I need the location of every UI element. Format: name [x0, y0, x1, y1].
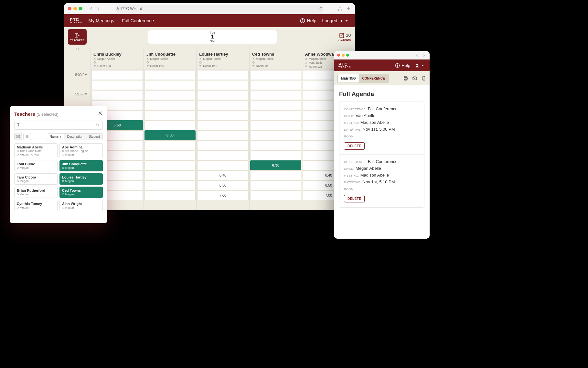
time-slot[interactable]	[197, 90, 249, 100]
svg-rect-42	[18, 135, 20, 136]
time-slot[interactable]	[250, 140, 302, 150]
forward-icon[interactable]	[95, 6, 101, 12]
drag-handle-icon[interactable]: ⋮⋮⋮⋮	[305, 49, 352, 51]
time-slot[interactable]: 6:40	[197, 170, 249, 180]
tab-meeting[interactable]: MEETING	[338, 74, 359, 82]
back-icon[interactable]	[88, 6, 94, 12]
delete-button[interactable]: DELETE	[344, 195, 365, 202]
time-slot[interactable]	[250, 70, 302, 80]
time-slot[interactable]	[197, 160, 249, 170]
address-bar[interactable]: PTC Wizard	[116, 5, 323, 13]
close-button[interactable]	[98, 111, 103, 117]
list-view-button[interactable]	[23, 133, 31, 140]
window-close-icon[interactable]	[337, 54, 340, 57]
time-slot[interactable]	[144, 80, 196, 90]
device-icon[interactable]	[421, 76, 426, 81]
teacher-card[interactable]: Abe Admin19th Grade EnglishMegan	[59, 143, 103, 158]
drag-handle-icon[interactable]: ⋮⋮⋮⋮	[199, 49, 247, 51]
resize-handle-icon[interactable]	[64, 47, 91, 52]
time-slot[interactable]	[250, 120, 302, 130]
logo[interactable]: PTCWIZARD	[70, 18, 83, 24]
teacher-card[interactable]: Toni BurkeMegan	[14, 160, 58, 171]
time-slot[interactable]	[250, 190, 302, 200]
time-slot[interactable]: 6:50	[197, 180, 249, 190]
time-slot[interactable]	[197, 150, 249, 160]
time-slot[interactable]	[144, 120, 196, 130]
time-slot[interactable]: 6:30	[250, 160, 302, 170]
share-icon[interactable]	[337, 6, 343, 11]
print-icon[interactable]	[403, 76, 408, 81]
time-slot[interactable]: 6:00	[144, 130, 196, 140]
time-slot[interactable]	[144, 190, 196, 200]
tab-conference[interactable]: CONFERENCE	[359, 74, 388, 82]
time-slot[interactable]	[250, 80, 302, 90]
teacher-card[interactable]: Louise HartleyMegan	[59, 173, 103, 185]
window-maximize-icon[interactable]	[346, 54, 349, 57]
teacher-card[interactable]: Madison Abelle10th Grade MathMegan Van	[14, 143, 58, 158]
teacher-card[interactable]: Cynthia TumeyMegan	[14, 200, 58, 211]
back-icon[interactable]	[415, 53, 419, 58]
drag-handle-icon[interactable]: ⋮⋮⋮⋮	[93, 49, 141, 51]
time-slot[interactable]	[91, 70, 143, 80]
time-slot[interactable]	[197, 140, 249, 150]
time-slot[interactable]	[91, 80, 143, 90]
time-slot[interactable]	[250, 180, 302, 190]
time-slot[interactable]	[197, 100, 249, 110]
window-close-icon[interactable]	[68, 7, 71, 10]
teacher-card[interactable]: Brian RutherfordMegan	[14, 187, 58, 198]
user-menu[interactable]	[415, 63, 425, 68]
time-slot[interactable]	[250, 130, 302, 140]
drag-handle-icon[interactable]: ⋮⋮⋮⋮	[146, 49, 194, 51]
time-slot[interactable]	[144, 150, 196, 160]
time-slot[interactable]	[197, 80, 249, 90]
time-slot[interactable]	[197, 110, 249, 120]
time-slot[interactable]	[197, 70, 249, 80]
time-slot[interactable]	[197, 130, 249, 140]
time-slot[interactable]	[250, 110, 302, 120]
time-slot[interactable]	[197, 120, 249, 130]
sort-tabs: Name ▼ Description Student	[47, 133, 103, 140]
breadcrumb-my-meetings[interactable]: My Meetings	[89, 18, 114, 23]
time-slot[interactable]	[91, 90, 143, 100]
window-minimize-icon[interactable]	[342, 54, 345, 57]
logo[interactable]: PTCWIZARD	[338, 62, 351, 68]
time-slot[interactable]	[250, 100, 302, 110]
help-button[interactable]: Help	[395, 63, 410, 68]
email-icon[interactable]	[412, 76, 417, 81]
window-minimize-icon[interactable]	[73, 7, 77, 10]
date-selector[interactable]: Tue 1 Nov	[148, 30, 277, 44]
time-slot[interactable]: 7:00	[197, 190, 249, 200]
delete-button[interactable]: DELETE	[344, 142, 365, 150]
window-maximize-icon[interactable]	[79, 7, 82, 10]
drag-handle-icon[interactable]: ⋮⋮⋮⋮	[252, 49, 300, 51]
teacher-card[interactable]: Ced TownsMegan	[59, 187, 103, 198]
teacher-card[interactable]: Tara CicoraMegan	[14, 173, 58, 185]
sort-student[interactable]: Student	[86, 134, 102, 140]
time-slot[interactable]	[144, 100, 196, 110]
sort-name[interactable]: Name ▼	[47, 134, 64, 140]
time-slot[interactable]	[144, 110, 196, 120]
time-slot[interactable]	[250, 170, 302, 180]
sort-description[interactable]: Description	[64, 134, 86, 140]
new-tab-icon[interactable]	[346, 6, 351, 11]
forward-icon[interactable]	[422, 53, 426, 58]
time-slot[interactable]	[250, 150, 302, 160]
time-slot[interactable]	[144, 170, 196, 180]
reload-icon[interactable]	[319, 7, 323, 10]
time-slot[interactable]	[144, 180, 196, 190]
teacher-column: ⋮⋮⋮⋮ Ced Towns Megan Abelle Room 123 6:3…	[249, 47, 302, 210]
grid-view-button[interactable]	[14, 133, 22, 140]
time-slot[interactable]	[250, 90, 302, 100]
agenda-button[interactable]: 10 AGENDA	[338, 32, 351, 41]
logged-in-menu[interactable]: Logged in	[322, 18, 349, 23]
time-slot[interactable]	[144, 70, 196, 80]
search-field[interactable]	[17, 123, 96, 127]
teacher-card[interactable]: Jim ChoquetteMegan	[59, 160, 103, 171]
time-slot[interactable]	[144, 140, 196, 150]
time-slot[interactable]	[144, 90, 196, 100]
time-slot[interactable]	[144, 160, 196, 170]
teacher-card[interactable]: Alan WrightMegan	[59, 200, 103, 211]
teachers-button[interactable]: TEACHERS	[68, 29, 87, 45]
search-input[interactable]	[14, 121, 103, 130]
help-button[interactable]: Help	[300, 18, 316, 23]
